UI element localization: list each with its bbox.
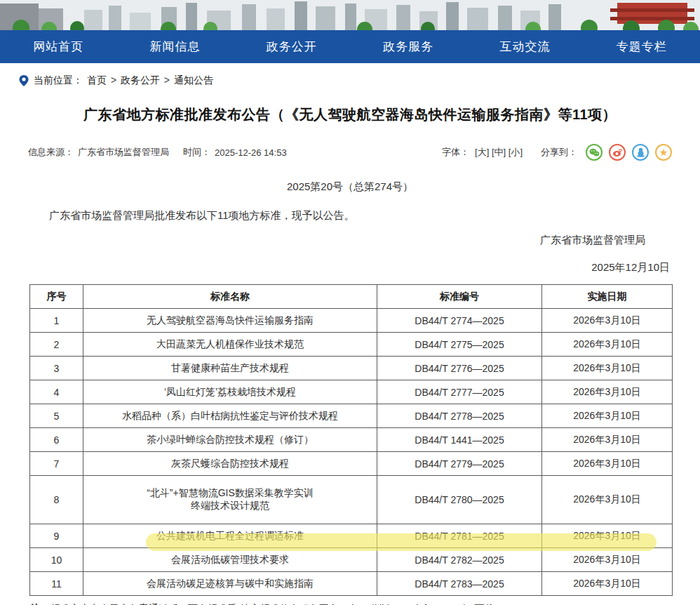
announcement-body: 广东省市场监督管理局批准发布以下11项地方标准，现予以公告。: [28, 209, 672, 222]
cell-no: 11: [30, 572, 83, 596]
qq-share-icon[interactable]: [632, 144, 649, 161]
table-row-9-highlighted: 9公共建筑机电工程全过程调适标准DB44/T 2781—20252026年3月1…: [30, 524, 673, 548]
cell-name: 甘薯健康种苗生产技术规程: [83, 357, 377, 380]
table-row-10: 10会展活动低碳管理技术要求DB44/T 2782—20252026年3月10日: [30, 548, 673, 572]
cell-name: 茶小绿叶蝉综合防控技术规程（修订）: [83, 428, 377, 452]
breadcrumb-link-3[interactable]: 通知公告: [174, 74, 213, 86]
time-label: 时间：: [183, 146, 210, 159]
location-pin-icon: [18, 74, 29, 87]
source-value: 广东省市场监督管理局: [78, 146, 169, 159]
breadcrumb: 当前位置： 首页 > 政务公开 > 通知公告: [18, 74, 700, 87]
cell-code: DB44/T 2779—2025: [377, 452, 542, 476]
cell-code: DB44/T 2775—2025: [377, 333, 542, 357]
cell-no: 10: [30, 548, 83, 572]
table-header-3: 标准编号: [377, 285, 542, 309]
cell-name: “北斗”+智慧物流GIS数据采集教学实训 终端技术设计规范: [83, 476, 377, 524]
font-size-buttons: [大] [中] [小]: [475, 146, 523, 159]
cell-date: 2026年3月10日: [542, 428, 673, 452]
breadcrumb-link-2[interactable]: 政务公开: [121, 74, 160, 86]
font-size-label: 字体：: [442, 146, 469, 159]
share-icons: ★: [586, 144, 672, 161]
cell-date: 2026年3月10日: [542, 333, 673, 357]
nav-item-6[interactable]: 专题专栏: [610, 39, 674, 55]
cell-name: 无人驾驶航空器海岛快件运输服务指南: [83, 309, 377, 333]
breadcrumb-label: 当前位置：: [34, 74, 83, 87]
cell-name: 公共建筑机电工程全过程调适标准: [83, 524, 377, 548]
cell-no: 8: [30, 476, 83, 524]
nav-item-1[interactable]: 网站首页: [26, 39, 90, 55]
wechat-share-icon[interactable]: [586, 144, 603, 161]
font-size-button-3[interactable]: [小]: [509, 147, 523, 157]
cell-code: DB44/T 2783—2025: [377, 572, 542, 596]
cell-code: DB44/T 2780—2025: [377, 476, 542, 524]
cell-name: ‘凤山红灯笼’荔枝栽培技术规程: [83, 380, 377, 404]
cell-code: DB44/T 2774—2025: [377, 309, 542, 333]
article-meta-left: 信息来源： 广东省市场监督管理局 时间： 2025-12-26 14:53: [28, 146, 287, 159]
cell-no: 6: [30, 428, 83, 452]
table-row-2: 2大田蔬菜无人机植保作业技术规范DB44/T 2775—20252026年3月1…: [30, 333, 673, 357]
cell-name: 水稻品种（系）白叶枯病抗性鉴定与评价技术规程: [83, 404, 377, 428]
cell-date: 2026年3月10日: [542, 452, 673, 476]
page-title: 广东省地方标准批准发布公告（《无人驾驶航空器海岛快件运输服务指南》等11项）: [0, 105, 700, 124]
cell-code: DB44/T 1441—2025: [377, 428, 542, 452]
share-label: 分享到：: [541, 146, 577, 159]
table-header-2: 标准名称: [83, 285, 377, 309]
breadcrumb-separator: >: [108, 74, 119, 86]
time-value: 2025-12-26 14:53: [215, 147, 287, 158]
cell-no: 2: [30, 333, 83, 357]
table-row-4: 4‘凤山红灯笼’荔枝栽培技术规程DB44/T 2777—20252026年3月1…: [30, 380, 673, 404]
breadcrumb-links: 首页 > 政务公开 > 通知公告: [87, 74, 213, 87]
cell-code: DB44/T 2782—2025: [377, 548, 542, 572]
cell-date: 2026年3月10日: [542, 380, 673, 404]
header-banner-image: [0, 0, 700, 30]
cell-code: DB44/T 2781—2025: [377, 524, 542, 548]
cell-code: DB44/T 2777—2025: [377, 380, 542, 404]
cell-no: 1: [30, 309, 83, 333]
font-size-button-1[interactable]: [大]: [475, 147, 492, 157]
cell-date: 2026年3月10日: [542, 309, 673, 333]
table-header-1: 序号: [30, 285, 83, 309]
nav-item-5[interactable]: 互动交流: [492, 39, 557, 55]
table-row-11: 11会展活动碳足迹核算与碳中和实施指南DB44/T 2783—20252026年…: [30, 572, 673, 596]
cell-code: DB44/T 2776—2025: [377, 357, 542, 380]
cell-name: 会展活动碳足迹核算与碳中和实施指南: [83, 572, 377, 596]
signature-date: 2025年12月10日: [0, 261, 670, 274]
cell-date: 2026年3月10日: [542, 548, 673, 572]
cell-date: 2026年3月10日: [542, 524, 673, 548]
table-row-8: 8“北斗”+智慧物流GIS数据采集教学实训 终端技术设计规范DB44/T 278…: [30, 476, 673, 524]
cell-name: 会展活动低碳管理技术要求: [83, 548, 377, 572]
standards-table: 序号标准名称标准编号实施日期 1无人驾驶航空器海岛快件运输服务指南DB44/T …: [29, 284, 673, 596]
table-row-6: 6茶小绿叶蝉综合防控技术规程（修订）DB44/T 1441—20252026年3…: [30, 428, 673, 452]
table-header-row: 序号标准名称标准编号实施日期: [30, 285, 673, 309]
cell-date: 2026年3月10日: [542, 476, 673, 524]
table-row-5: 5水稻品种（系）白叶枯病抗性鉴定与评价技术规程DB44/T 2778—20252…: [30, 404, 673, 428]
cell-no: 3: [30, 357, 83, 380]
nav-item-4[interactable]: 政务服务: [376, 39, 440, 55]
breadcrumb-link-1[interactable]: 首页: [87, 74, 107, 86]
cell-date: 2026年3月10日: [542, 572, 673, 596]
cell-no: 4: [30, 380, 83, 404]
nav-item-3[interactable]: 政务公开: [260, 39, 324, 55]
nav-item-2[interactable]: 新闻信息: [142, 39, 207, 55]
breadcrumb-separator: >: [161, 74, 173, 86]
document-number: 2025第20号（总第274号）: [0, 180, 700, 194]
cell-name: 大田蔬菜无人机植保作业技术规范: [83, 333, 377, 357]
table-row-3: 3甘薯健康种苗生产技术规程DB44/T 2776—20252026年3月10日: [30, 357, 673, 380]
table-row-1: 1无人驾驶航空器海岛快件运输服务指南DB44/T 2774—20252026年3…: [30, 309, 673, 333]
article-meta-right: 字体： [大] [中] [小] 分享到： ★: [442, 144, 672, 161]
cell-no: 9: [30, 524, 83, 548]
qzone-share-icon[interactable]: ★: [655, 144, 672, 161]
table-header-4: 实施日期: [542, 285, 673, 309]
font-size-button-2[interactable]: [中]: [492, 147, 509, 157]
cell-date: 2026年3月10日: [542, 404, 673, 428]
cell-name: 灰茶尺蠖综合防控技术规程: [83, 452, 377, 476]
cell-no: 7: [30, 452, 83, 476]
weibo-share-icon[interactable]: [609, 144, 626, 161]
cell-code: DB44/T 2778—2025: [377, 404, 542, 428]
main-navigation: 网站首页新闻信息政务公开政务服务互动交流专题专栏: [0, 30, 700, 63]
article-meta: 信息来源： 广东省市场监督管理局 时间： 2025-12-26 14:53 字体…: [28, 144, 672, 161]
table-row-7: 7灰茶尺蠖综合防控技术规程DB44/T 2779—20252026年3月10日: [30, 452, 673, 476]
cell-no: 5: [30, 404, 83, 428]
standards-table-wrap: 序号标准名称标准编号实施日期 1无人驾驶航空器海岛快件运输服务指南DB44/T …: [29, 284, 672, 596]
cell-date: 2026年3月10日: [542, 357, 673, 380]
